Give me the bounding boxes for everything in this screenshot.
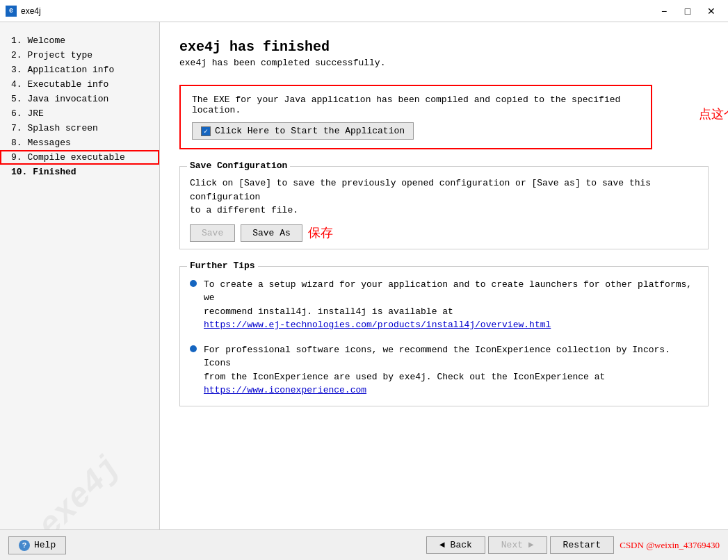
save-button[interactable]: Save — [190, 224, 235, 242]
sidebar-item-application-info[interactable]: 3. Application info — [0, 63, 159, 77]
footer-bar: ? Help ◄ Back Next ► Restart CSDN @weixi… — [0, 529, 728, 560]
main-title-section: exe4j has finished exe4j has been comple… — [179, 39, 709, 74]
footer-right-buttons: ◄ Back Next ► Restart — [426, 536, 614, 554]
checkbox-checked-icon — [201, 126, 211, 136]
sidebar-item-finished[interactable]: 10. Finished — [0, 165, 159, 179]
window-controls: − □ ✕ — [653, 3, 722, 19]
sidebar-item-java-invocation[interactable]: 5. Java invocation — [0, 92, 159, 106]
sidebar-item-welcome[interactable]: 1. Welcome — [0, 33, 159, 48]
tip-content-1: To create a setup wizard for your applic… — [204, 278, 698, 332]
sidebar-item-jre[interactable]: 6. JRE — [0, 106, 159, 121]
sidebar-nav: 1. Welcome 2. Project type 3. Applicatio… — [0, 33, 159, 518]
main-title: exe4j has finished — [179, 39, 709, 55]
save-buttons-row: Save Save As 保存 — [190, 224, 698, 242]
save-annotation: 保存 — [308, 224, 333, 241]
window-title: exe4j — [21, 6, 653, 16]
tip-text-2: For professional software icons, we reco… — [204, 345, 670, 382]
click-here-label: Click Here to Start the Application — [215, 126, 405, 136]
sidebar-item-messages[interactable]: 8. Messages — [0, 135, 159, 150]
main-panel: exe4j has finished exe4j has been comple… — [160, 22, 728, 529]
save-as-button[interactable]: Save As — [241, 224, 302, 242]
tip-link-1[interactable]: https://www.ej-technologies.com/products… — [204, 318, 698, 332]
tip-item-1: To create a setup wizard for your applic… — [190, 278, 698, 332]
success-text: exe4j has been completed successfully. — [179, 58, 709, 68]
csdn-annotation: CSDN @weixin_43769430 — [620, 540, 720, 551]
sidebar-item-splash-screen[interactable]: 7. Splash screen — [0, 121, 159, 135]
restart-button[interactable]: Restart — [550, 536, 615, 554]
sidebar: 1. Welcome 2. Project type 3. Applicatio… — [0, 22, 160, 529]
tip-text-1: To create a setup wizard for your applic… — [204, 279, 692, 317]
further-tips-label: Further Tips — [187, 261, 258, 271]
tip-bullet-2 — [190, 345, 197, 352]
further-tips-section: Further Tips To create a setup wizard fo… — [179, 266, 709, 406]
app-icon: e — [6, 6, 17, 17]
back-button[interactable]: ◄ Back — [426, 536, 485, 554]
click-here-button[interactable]: Click Here to Start the Application — [192, 122, 414, 140]
app-body: 1. Welcome 2. Project type 3. Applicatio… — [0, 22, 728, 529]
next-button[interactable]: Next ► — [488, 536, 547, 554]
compile-box-row: Click Here to Start the Application — [192, 122, 640, 140]
sidebar-item-executable-info[interactable]: 4. Executable info — [0, 77, 159, 92]
tip-item-2: For professional software icons, we reco… — [190, 343, 698, 397]
title-bar: e exe4j − □ ✕ — [0, 0, 728, 22]
tip-bullet-1 — [190, 280, 197, 287]
compile-annotation: 点这个可测试程序是否可运行 — [699, 106, 728, 122]
tip-content-2: For professional software icons, we reco… — [204, 343, 698, 397]
tip-link-2[interactable]: https://www.iconexperience.com — [204, 384, 698, 397]
help-button[interactable]: ? Help — [8, 536, 66, 554]
sidebar-item-project-type[interactable]: 2. Project type — [0, 48, 159, 63]
minimize-button[interactable]: − — [653, 3, 675, 19]
save-config-label: Save Configuration — [187, 160, 290, 171]
compile-box: The EXE for your Java application has be… — [179, 85, 652, 149]
compile-box-text: The EXE for your Java application has be… — [192, 94, 640, 115]
sidebar-item-compile-executable[interactable]: 9. Compile executable — [0, 150, 159, 165]
compile-box-wrapper: The EXE for your Java application has be… — [179, 85, 709, 149]
save-config-text: Click on [Save] to save the previously o… — [190, 176, 698, 217]
maximize-button[interactable]: □ — [677, 3, 699, 19]
help-label: Help — [34, 540, 56, 550]
save-configuration-section: Save Configuration Click on [Save] to sa… — [179, 166, 709, 249]
help-icon: ? — [19, 540, 30, 551]
close-button[interactable]: ✕ — [700, 3, 722, 19]
